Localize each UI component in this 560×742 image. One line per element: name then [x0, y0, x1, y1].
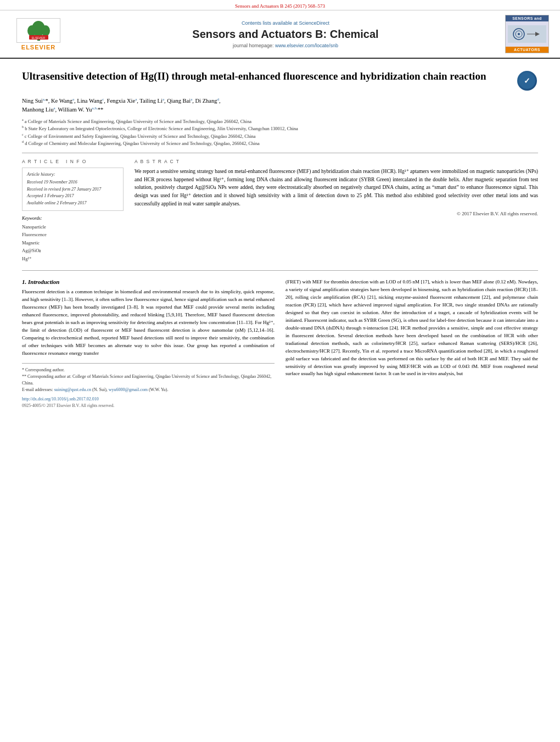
authors-line: Ning Suia,*, Ke Wanga, Lina Wangc, Fengx… [22, 96, 538, 114]
keywords-list: Nanoparticle Fluorescence Magnetic Ag@Si… [22, 223, 124, 263]
sensors-logo-top: SENSORS and [506, 15, 548, 21]
journal-title-block: Contents lists available at ScienceDirec… [66, 20, 505, 48]
keyword-nanoparticle: Nanoparticle [22, 223, 124, 231]
online-date: Available online 2 February 2017 [27, 200, 119, 207]
abstract-column: A B S T R A C T We report a sensitive se… [135, 159, 538, 263]
footnotes-section: * Corresponding author. ** Corresponding… [22, 363, 275, 408]
elsevier-tree-illustration: ELSEVIER [16, 18, 60, 43]
article-info-column: A R T I C L E I N F O Article history: R… [22, 159, 124, 263]
intro-right-column: (FRET) with MEF for thrombin detection w… [285, 278, 538, 408]
contents-available-line: Contents lists available at ScienceDirec… [66, 20, 505, 26]
journal-header: ELSEVIER ELSEVIER Contents lists availab… [0, 10, 560, 59]
keyword-fluorescence: Fluorescence [22, 231, 124, 238]
abstract-text: We report a sensitive sensing strategy b… [135, 168, 538, 208]
affiliation-c: c c College of Environment and Safety En… [22, 132, 538, 140]
email-name-sui: (N. Sui), [92, 387, 109, 392]
email-label: E-mail addresses: [22, 387, 54, 392]
article-body: Ultrasensitive detection of Hg(II) throu… [0, 59, 560, 419]
info-abstract-columns: A R T I C L E I N F O Article history: R… [22, 159, 538, 263]
svg-point-9 [518, 33, 520, 35]
copyright-line: © 2017 Elsevier B.V. All rights reserved… [135, 211, 538, 216]
page: Sensors and Actuators B 245 (2017) 568–5… [0, 0, 560, 742]
keyword-agsiо2: Ag@SiO₂ [22, 247, 124, 254]
affiliation-b: b b State Key Laboratory on Integrated O… [22, 125, 538, 132]
footnote-email: E-mail addresses: suining@qust.edu.cn (N… [22, 387, 275, 393]
keyword-hg2plus: Hg²⁺ [22, 255, 124, 263]
journal-homepage: journal homepage: www.elsevier.com/locat… [66, 43, 505, 48]
sensors-logo-bottom: ACTUATORS [506, 47, 548, 53]
affiliations-block: a a College of Materials Science and Eng… [22, 118, 538, 147]
keyword-magnetic: Magnetic [22, 239, 124, 247]
article-history-title: Article history: [27, 171, 119, 177]
svg-text:✓: ✓ [524, 76, 530, 85]
article-title: Ultrasensitive detection of Hg(II) throu… [22, 70, 508, 83]
divider-2 [22, 270, 538, 271]
intro-section-title: 1. Introduction [22, 278, 275, 285]
article-title-section: Ultrasensitive detection of Hg(II) throu… [22, 70, 538, 92]
crossmark-badge[interactable]: ✓ [516, 70, 538, 92]
svg-point-2 [27, 25, 36, 36]
doi-link[interactable]: http://dx.doi.org/10.1016/j.snb.2017.02.… [22, 397, 275, 401]
footnote-corresponding-1: * Corresponding author. [22, 367, 275, 373]
crossmark-icon: ✓ [517, 71, 537, 91]
intro-text-right: (FRET) with MEF for thrombin detection w… [285, 278, 538, 378]
article-history-box: Article history: Received 19 November 20… [22, 168, 124, 211]
sensors-logo-image [506, 21, 548, 47]
email-link-sui[interactable]: suining@qust.edu.cn [54, 387, 91, 392]
journal-reference-bar: Sensors and Actuators B 245 (2017) 568–5… [0, 0, 560, 10]
contents-label: Contents lists available at [242, 20, 298, 26]
homepage-label: journal homepage: [233, 43, 274, 48]
sciencedirect-link[interactable]: ScienceDirect [299, 20, 330, 26]
divider-1 [22, 153, 538, 153]
elsevier-wordmark: ELSEVIER [21, 44, 55, 51]
article-info-heading: A R T I C L E I N F O [22, 159, 124, 164]
svg-point-3 [41, 25, 50, 36]
svg-text:ELSEVIER: ELSEVIER [31, 36, 45, 40]
email-name-yu: (W.W. Yu). [149, 387, 169, 392]
accepted-date: Accepted 1 February 2017 [27, 193, 119, 200]
keywords-title: Keywords: [22, 215, 124, 221]
homepage-url[interactable]: www.elsevier.com/locate/snb [275, 43, 338, 48]
elsevier-logo: ELSEVIER ELSEVIER [11, 18, 66, 51]
affiliation-a: a a College of Materials Science and Eng… [22, 118, 538, 125]
footnote-corresponding-2: ** Corresponding author at: College of M… [22, 373, 275, 387]
keywords-block: Keywords: Nanoparticle Fluorescence Magn… [22, 215, 124, 263]
main-content-columns: 1. Introduction Fluorescent detection is… [22, 278, 538, 408]
authors-text: Ning Suia,*, Ke Wanga, Lina Wangc, Fengx… [22, 98, 221, 113]
revised-date: Received in revised form 27 January 2017 [27, 186, 119, 193]
affiliation-d: d d College of Chemistry and Molecular E… [22, 140, 538, 147]
intro-text-left: Fluorescent detection is a common techni… [22, 288, 275, 357]
received-date: Received 19 November 2016 [27, 179, 119, 186]
issn-line: 0925-4005/© 2017 Elsevier B.V. All right… [22, 403, 275, 408]
sensors-actuators-logo: SENSORS and ACTUATORS [505, 15, 549, 53]
abstract-heading: A B S T R A C T [135, 159, 538, 164]
email-link-yu[interactable]: wyu6000@gmail.com [109, 387, 148, 392]
journal-ref-text: Sensors and Actuators B 245 (2017) 568–5… [235, 3, 325, 9]
journal-title: Sensors and Actuators B: Chemical [66, 28, 505, 41]
intro-left-column: 1. Introduction Fluorescent detection is… [22, 278, 275, 408]
